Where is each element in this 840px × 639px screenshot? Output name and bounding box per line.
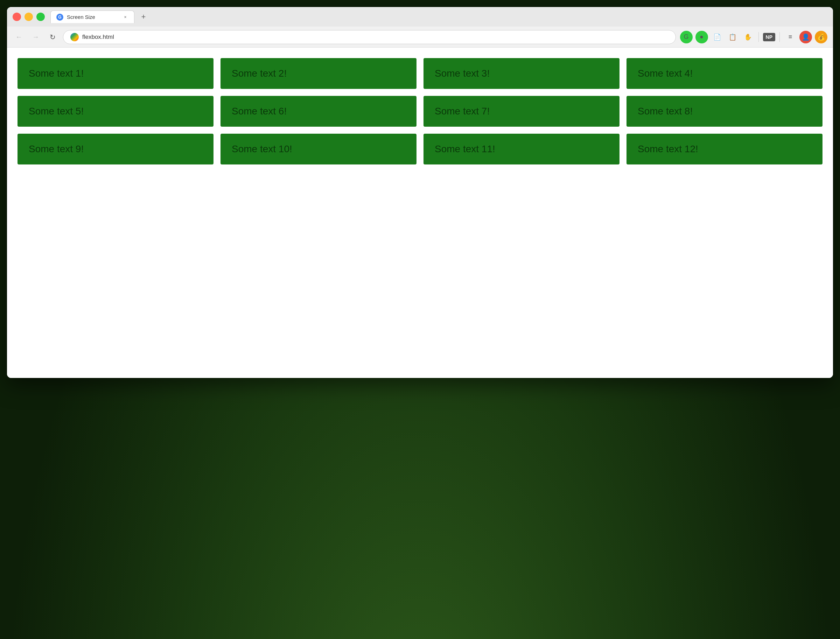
maximize-button[interactable] — [37, 13, 45, 21]
forward-icon: → — [32, 33, 39, 41]
grid-item-11: Some text 11! — [423, 134, 619, 164]
np-badge[interactable]: NP — [763, 33, 775, 41]
browser-window: G Screen Size × + ← → ↻ flexbox.html G ●… — [7, 7, 833, 378]
grid-item-12: Some text 12! — [627, 134, 822, 164]
grid-item-7: Some text 7! — [423, 96, 619, 127]
address-bar[interactable]: flexbox.html — [63, 30, 676, 44]
forward-button[interactable]: → — [29, 31, 42, 43]
close-button[interactable] — [13, 13, 21, 21]
grid-item-1: Some text 1! — [18, 58, 213, 89]
navigation-bar: ← → ↻ flexbox.html G ● 📄 📋 ✋ NP ≡ 👤 💰 — [7, 27, 833, 48]
grid-item-5: Some text 5! — [18, 96, 213, 127]
grid-item-4: Some text 4! — [627, 58, 822, 89]
extension-icon-3[interactable]: 📄 — [711, 31, 724, 43]
toolbar-icons: G ● 📄 📋 ✋ NP ≡ 👤 💰 — [680, 31, 827, 43]
browser-tab[interactable]: G Screen Size × — [50, 11, 134, 23]
menu-icon[interactable]: ≡ — [784, 31, 797, 43]
title-bar: G Screen Size × + — [7, 7, 833, 27]
reload-button[interactable]: ↻ — [46, 31, 59, 43]
grid-item-3: Some text 3! — [423, 58, 619, 89]
grid-item-2: Some text 2! — [221, 58, 417, 89]
grid-item-10: Some text 10! — [221, 134, 417, 164]
flex-grid: Some text 1!Some text 2!Some text 3!Some… — [18, 58, 822, 164]
user-icon[interactable]: 👤 — [799, 31, 812, 43]
minimize-button[interactable] — [24, 13, 33, 21]
extension-icon-4[interactable]: 📋 — [726, 31, 739, 43]
reload-icon: ↻ — [50, 33, 56, 41]
traffic-lights — [13, 13, 45, 21]
back-icon: ← — [15, 33, 22, 41]
grid-item-9: Some text 9! — [18, 134, 213, 164]
extension-icon-1[interactable]: G — [680, 31, 693, 43]
new-tab-button[interactable]: + — [137, 11, 150, 23]
grid-item-6: Some text 6! — [221, 96, 417, 127]
tab-close-button[interactable]: × — [122, 14, 129, 20]
grid-item-8: Some text 8! — [627, 96, 822, 127]
url-text: flexbox.html — [82, 33, 114, 41]
google-icon — [70, 33, 79, 41]
tab-title: Screen Size — [67, 14, 119, 20]
extension-icon-2[interactable]: ● — [695, 31, 708, 43]
tab-favicon: G — [56, 14, 64, 21]
back-button[interactable]: ← — [13, 31, 25, 43]
toolbar-divider-2 — [780, 32, 780, 42]
toolbar-divider — [759, 32, 759, 42]
extension-icon-5[interactable]: ✋ — [741, 31, 754, 43]
wallet-icon[interactable]: 💰 — [815, 31, 827, 43]
page-content: Some text 1!Some text 2!Some text 3!Some… — [7, 48, 833, 378]
